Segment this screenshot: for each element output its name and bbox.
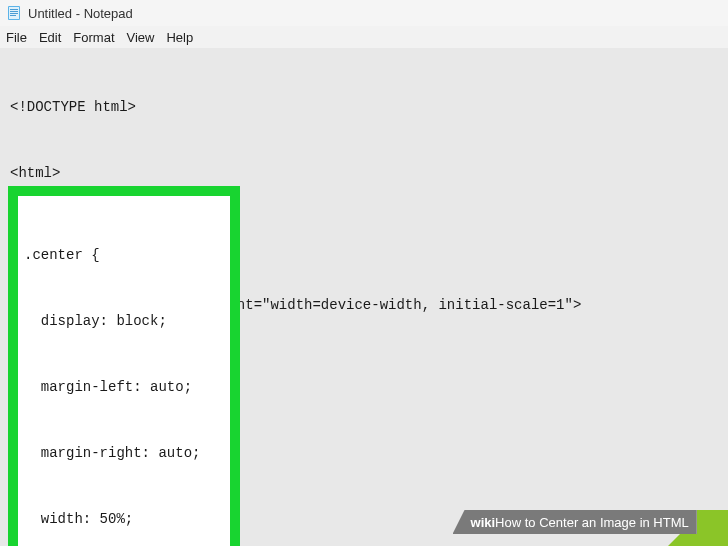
- menu-view[interactable]: View: [127, 30, 155, 45]
- code-line: <html>: [10, 162, 718, 184]
- wikihow-branding: wikiHow to Center an Image in HTML: [453, 510, 728, 534]
- brand-how: How: [495, 515, 521, 530]
- brand-wiki: wiki: [471, 515, 496, 530]
- menu-edit[interactable]: Edit: [39, 30, 61, 45]
- code-line: <!DOCTYPE html>: [10, 96, 718, 118]
- css-highlight-box: .center { display: block; margin-left: a…: [8, 186, 240, 546]
- brand-suffix: to Center an Image in HTML: [521, 515, 689, 530]
- code-line: display: block;: [24, 310, 226, 332]
- menu-help[interactable]: Help: [166, 30, 193, 45]
- code-line: .center {: [24, 244, 226, 266]
- code-line: width: 50%;: [24, 508, 226, 530]
- brand-green-segment: [697, 510, 728, 534]
- code-line: margin-right: auto;: [24, 442, 226, 464]
- menu-file[interactable]: File: [6, 30, 27, 45]
- svg-rect-4: [10, 13, 18, 14]
- editor-area[interactable]: <!DOCTYPE html> <html> <head> <meta name…: [0, 48, 728, 546]
- menu-format[interactable]: Format: [73, 30, 114, 45]
- code-line: margin-left: auto;: [24, 376, 226, 398]
- brand-grey-segment: wikiHow to Center an Image in HTML: [453, 510, 697, 534]
- window-title: Untitled - Notepad: [28, 6, 133, 21]
- svg-rect-3: [10, 11, 18, 12]
- window-titlebar: Untitled - Notepad: [0, 0, 728, 26]
- svg-rect-2: [10, 9, 18, 10]
- menubar: File Edit Format View Help: [0, 26, 728, 48]
- notepad-icon: [6, 5, 22, 21]
- svg-rect-5: [10, 15, 16, 16]
